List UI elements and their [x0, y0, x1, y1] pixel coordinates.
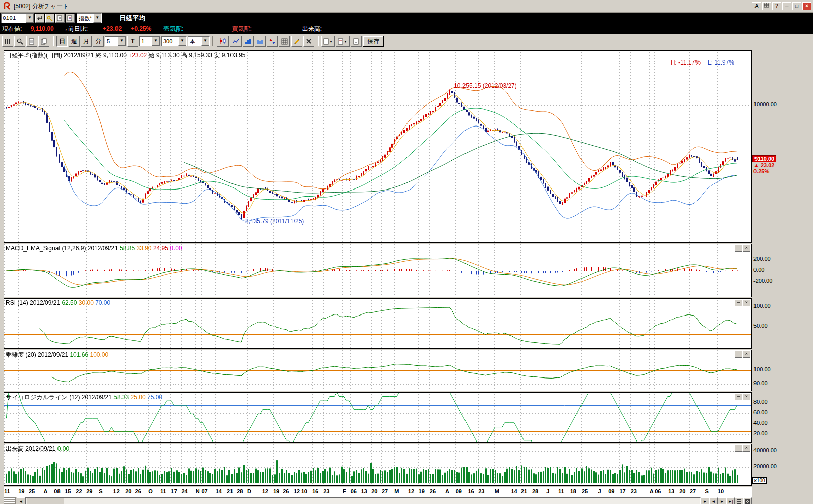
period-minute-button[interactable]: 分 [93, 36, 104, 47]
panel-close-button[interactable]: × [743, 351, 750, 358]
x-tick-label: 21 [227, 488, 233, 494]
rsi-panel: RSI (14) 2012/09/21 62.50 30.00 70.00 ─× [4, 298, 752, 349]
x-tick-label: 11 [160, 488, 166, 494]
panel-close-button[interactable]: × [743, 445, 750, 452]
maximize-button[interactable]: □ [792, 2, 801, 10]
help-button[interactable]: ? [772, 2, 781, 10]
x-tick-label: 12 [408, 488, 414, 494]
panel-minimize-button[interactable]: ─ [735, 445, 742, 452]
save-page-icon-button[interactable] [351, 36, 362, 47]
panel-close-button[interactable]: × [743, 245, 750, 252]
panel-minimize-button[interactable]: ─ [735, 393, 742, 400]
search-icon-button[interactable] [14, 36, 25, 47]
chevron-down-icon[interactable]: ▼ [201, 37, 209, 46]
key-icon-button[interactable] [45, 14, 54, 23]
chevron-down-icon[interactable]: ▼ [178, 37, 186, 46]
deviation-canvas[interactable] [4, 350, 751, 391]
x-tick-label: J [546, 488, 549, 494]
histogram-icon-button[interactable] [255, 36, 266, 47]
layout-icon-button[interactable] [762, 2, 771, 10]
panel-close-button[interactable]: × [743, 393, 750, 400]
chart-type-combo[interactable]: 本 ▼ [188, 36, 210, 46]
x-tick-label: 16 [468, 488, 474, 494]
grid-icon-button[interactable] [279, 36, 290, 47]
period-weekly-button[interactable]: 週 [69, 36, 80, 47]
minutes-combo[interactable]: 5 ▼ [105, 36, 126, 46]
symbol-code-combo[interactable]: ▼ [1, 13, 34, 23]
chevron-down-icon[interactable]: ▼ [93, 14, 101, 23]
change-pct-value: +0.25% [131, 25, 151, 32]
price-chart-canvas[interactable] [4, 51, 751, 242]
x-tick-label: 28 [237, 488, 243, 494]
bar-count-combo[interactable]: 300 ▼ [161, 36, 187, 46]
ticker-icon-button[interactable] [2, 36, 13, 47]
scroll-right-button[interactable]: ► [701, 497, 709, 504]
header-segment: MACD_EMA_Signal (12,26,9) 2012/09/21 [6, 245, 120, 252]
list-icon-button[interactable] [66, 14, 75, 23]
rsi-canvas[interactable] [4, 299, 751, 348]
layout-page-dropdown-button[interactable]: ▼ [321, 36, 335, 47]
fit-grid-button[interactable] [735, 497, 743, 504]
symbol-toolbar: ▼ 指数* ▼ 日経平均 [0, 13, 813, 24]
panel-minimize-button[interactable]: ─ [735, 245, 742, 252]
x-tick-label: 25 [29, 488, 35, 494]
chart-area: 日経平均(指数)(日間) 2012/09/21 終 9,110.00 +23.0… [0, 49, 813, 504]
rsi-header: RSI (14) 2012/09/21 62.50 30.00 70.00 [6, 299, 110, 306]
axis-label: 40000.00 [753, 447, 777, 453]
chevron-down-icon[interactable]: ▼ [26, 14, 34, 23]
jump-end-button[interactable]: ►| [726, 497, 735, 504]
axis-label: 100.00 [753, 303, 771, 309]
splitter-grip[interactable] [4, 497, 16, 504]
submit-icon-button[interactable] [35, 14, 44, 23]
header-segment: 58.33 [113, 394, 130, 401]
updown-arrows-icon-button[interactable] [267, 36, 278, 47]
category-combo[interactable]: 指数* ▼ [77, 13, 102, 23]
header-segment: サイコロジカルライン (12) 2012/09/21 [6, 394, 113, 401]
scrollbar-track[interactable] [25, 497, 701, 504]
unit-combo[interactable]: 1 ▼ [139, 36, 160, 46]
toolbar-separator [212, 36, 214, 46]
symbol-code-input[interactable] [2, 14, 26, 22]
header-segment: 始 9,113.30 高 9,159.33 安 9,103.95 [147, 52, 245, 59]
step-forward-button[interactable]: ► [718, 497, 726, 504]
scroll-left-button[interactable]: ◄ [17, 497, 25, 504]
close-grid-button[interactable] [743, 497, 752, 504]
step-back-button[interactable]: ◄ [709, 497, 718, 504]
close-button[interactable]: × [802, 2, 811, 10]
memo-icon-button[interactable] [55, 14, 65, 23]
erase-icon-button[interactable] [303, 36, 314, 47]
current-price-label: 現在値: [2, 25, 22, 33]
tick-button[interactable]: T [127, 36, 138, 47]
line-chart-icon-button[interactable] [230, 36, 242, 47]
bar-chart-icon-button[interactable] [243, 36, 254, 47]
candlestick-icon-button[interactable] [217, 36, 229, 47]
axis-label: 60.00 [753, 409, 768, 415]
copy-layout-dropdown-button[interactable]: ▼ [336, 36, 350, 47]
x-tick-label: 23 [478, 488, 484, 494]
font-size-button[interactable]: A [752, 2, 761, 10]
copy-page-icon-button[interactable] [38, 36, 49, 47]
scrollbar-thumb[interactable] [27, 498, 64, 504]
period-daily-button[interactable]: 日 [56, 36, 68, 47]
macd-canvas[interactable] [4, 244, 751, 297]
save-button[interactable]: 保存 [363, 36, 384, 47]
pencil-icon-button[interactable] [291, 36, 302, 47]
chevron-down-icon[interactable]: ▼ [152, 37, 160, 46]
x-tick-label: A [44, 488, 48, 494]
quote-bar: 現在値: 9,110.00 →前日比: +23.02 +0.25% 売気配: 買… [0, 24, 813, 34]
panel-minimize-button[interactable]: ─ [735, 299, 742, 306]
horizontal-scrollbar[interactable]: ◄ ► ◄ ► ►| [4, 497, 752, 504]
volume-label: 出来高: [302, 25, 322, 33]
category-value: 指数* [77, 15, 93, 22]
x-tick-label: 13 [361, 488, 367, 494]
minimize-button[interactable]: ─ [782, 2, 791, 10]
x-tick-label: 24 [181, 488, 187, 494]
panel-minimize-button[interactable]: ─ [735, 351, 742, 358]
bar-count-value: 300 [162, 38, 178, 44]
panel-close-button[interactable]: × [743, 299, 750, 306]
titlebar[interactable]: [5002] 分析チャート A ? ─ □ × [0, 0, 813, 13]
new-page-icon-button[interactable] [26, 36, 37, 47]
volume-canvas[interactable] [4, 444, 751, 485]
chevron-down-icon[interactable]: ▼ [118, 37, 126, 46]
period-monthly-button[interactable]: 月 [81, 36, 92, 47]
